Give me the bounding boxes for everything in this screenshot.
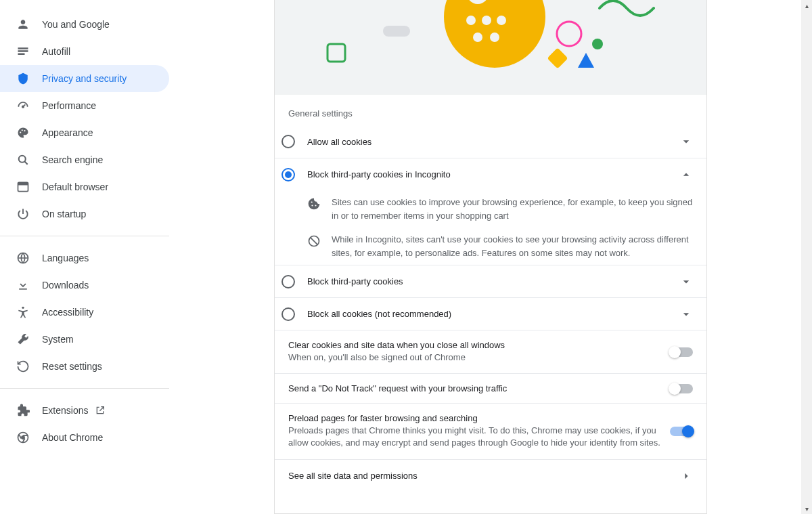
chevron-right-icon <box>679 469 693 483</box>
svg-rect-20 <box>383 26 410 37</box>
shield-icon <box>16 72 30 85</box>
general-settings-heading: General settings <box>275 95 706 125</box>
svg-point-0 <box>22 106 24 108</box>
svg-rect-23 <box>547 47 568 68</box>
main-content: General settings Allow all cookiesBlock … <box>169 0 812 514</box>
sidebar-item-label: About Chrome <box>42 432 103 443</box>
sidebar-item-system[interactable]: System <box>0 326 169 353</box>
svg-point-22 <box>592 39 603 49</box>
sidebar-item-label: Search engine <box>42 154 103 165</box>
setting-subtitle: When on, you'll also be signed out of Ch… <box>288 351 670 364</box>
svg-point-4 <box>19 156 26 163</box>
search-icon <box>16 153 30 167</box>
sidebar-item-downloads[interactable]: Downloads <box>0 272 169 299</box>
sidebar-item-label: Languages <box>42 253 89 263</box>
svg-point-26 <box>311 205 313 206</box>
see-all-site-data-label: See all site data and permissions <box>288 471 679 481</box>
cookie-option-allow-all[interactable]: Allow all cookies <box>275 125 706 158</box>
power-icon <box>16 207 30 221</box>
browser-icon <box>16 180 30 194</box>
setting-title: Preload pages for faster browsing and se… <box>288 413 670 423</box>
chevron-down-icon[interactable] <box>679 275 693 288</box>
sidebar-item-performance[interactable]: Performance <box>0 92 169 119</box>
setting-dnt[interactable]: Send a "Do Not Track" request with your … <box>275 373 706 403</box>
radio-button[interactable] <box>281 168 295 181</box>
option-label: Block third-party cookies in Incognito <box>307 169 679 179</box>
globe-icon <box>16 251 30 265</box>
setting-clear-on-close[interactable]: Clear cookies and site data when you clo… <box>275 330 706 373</box>
cookie-option-block-3p[interactable]: Block third-party cookies <box>275 265 706 297</box>
chrome-icon <box>16 431 30 444</box>
chevron-down-icon[interactable] <box>679 135 693 148</box>
svg-rect-8 <box>19 288 27 290</box>
sidebar-item-extensions[interactable]: Extensions <box>0 397 169 424</box>
sidebar-separator <box>0 388 169 389</box>
open-external-icon <box>95 405 106 416</box>
svg-point-16 <box>497 16 506 25</box>
svg-point-2 <box>22 129 23 131</box>
option-label: Allow all cookies <box>307 137 679 147</box>
svg-point-25 <box>311 201 313 202</box>
sidebar-item-reset[interactable]: Reset settings <box>0 353 169 380</box>
svg-point-18 <box>490 33 499 42</box>
sidebar-item-startup[interactable]: On startup <box>0 200 169 228</box>
sidebar-item-label: Privacy and security <box>42 73 127 84</box>
svg-point-21 <box>557 22 581 46</box>
speed-icon <box>16 99 30 112</box>
svg-point-1 <box>20 132 21 133</box>
toggle-switch[interactable] <box>670 427 693 436</box>
radio-button[interactable] <box>281 275 295 288</box>
accessibility-icon <box>16 305 30 319</box>
cookie-option-block-all[interactable]: Block all cookies (not recommended) <box>275 297 706 330</box>
scroll-down-arrow[interactable]: ▾ <box>801 503 812 514</box>
person-icon <box>16 18 30 31</box>
download-icon <box>16 278 30 292</box>
settings-card: General settings Allow all cookiesBlock … <box>274 0 707 514</box>
autofill-icon <box>16 45 30 58</box>
sidebar-item-you-google[interactable]: You and Google <box>0 11 169 38</box>
radio-button[interactable] <box>281 135 295 148</box>
toggle-switch[interactable] <box>670 347 693 357</box>
setting-subtitle: Preloads pages that Chrome thinks you mi… <box>288 425 670 449</box>
cookies-hero-banner <box>275 0 706 95</box>
setting-preload[interactable]: Preload pages for faster browsing and se… <box>275 403 706 458</box>
scroll-up-arrow[interactable]: ▴ <box>801 0 812 11</box>
sidebar-item-languages[interactable]: Languages <box>0 244 169 272</box>
sidebar-item-label: System <box>42 334 74 345</box>
block-icon <box>307 234 321 248</box>
sidebar-item-privacy[interactable]: Privacy and security <box>0 65 169 92</box>
svg-point-27 <box>315 205 316 206</box>
svg-rect-6 <box>18 182 28 185</box>
cookie-icon <box>307 197 321 211</box>
sidebar-item-appearance[interactable]: Appearance <box>0 119 169 146</box>
svg-rect-19 <box>328 44 345 62</box>
sidebar-item-default-browser[interactable]: Default browser <box>0 173 169 200</box>
restore-icon <box>16 360 30 373</box>
sidebar-item-label: Default browser <box>42 181 108 192</box>
chevron-down-icon[interactable] <box>679 307 693 321</box>
radio-button[interactable] <box>281 307 295 321</box>
sidebar-item-label: Autofill <box>42 46 70 57</box>
option-detail: While in Incognito, sites can't use your… <box>275 228 706 265</box>
chevron-up-icon[interactable] <box>679 168 693 181</box>
svg-marker-24 <box>578 53 594 68</box>
option-detail: Sites can use cookies to improve your br… <box>275 190 706 228</box>
setting-title: Send a "Do Not Track" request with your … <box>288 383 670 393</box>
sidebar-item-search[interactable]: Search engine <box>0 146 169 173</box>
toggle-switch[interactable] <box>670 384 693 393</box>
see-all-site-data-row[interactable]: See all site data and permissions <box>275 459 706 492</box>
cookie-option-block-3p-incognito[interactable]: Block third-party cookies in Incognito <box>275 158 706 190</box>
vertical-scrollbar[interactable]: ▴ ▾ <box>801 0 812 514</box>
sidebar-item-label: On startup <box>42 209 86 219</box>
sidebar-item-label: You and Google <box>42 19 110 30</box>
sidebar-separator <box>0 236 169 236</box>
option-detail-text: Sites can use cookies to improve your br… <box>332 196 693 222</box>
sidebar-item-autofill[interactable]: Autofill <box>0 38 169 65</box>
sidebar-item-accessibility[interactable]: Accessibility <box>0 299 169 326</box>
svg-point-9 <box>22 307 24 309</box>
sidebar-item-label: Appearance <box>42 127 93 138</box>
svg-point-17 <box>473 33 482 42</box>
extension-icon <box>16 404 30 417</box>
palette-icon <box>16 126 30 140</box>
sidebar-item-about[interactable]: About Chrome <box>0 424 169 451</box>
